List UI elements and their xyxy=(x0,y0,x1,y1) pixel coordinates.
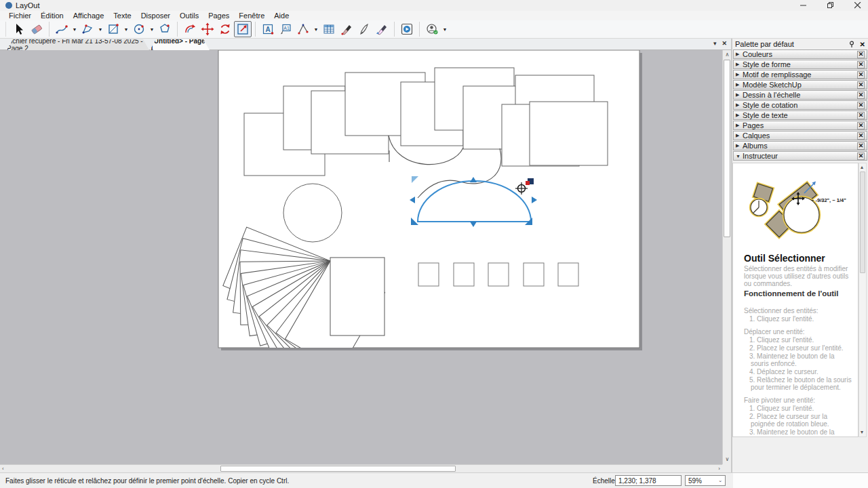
section-close-icon[interactable]: ✕ xyxy=(857,61,865,68)
table-tool-icon[interactable] xyxy=(320,21,338,37)
eraser-tool-icon[interactable] xyxy=(28,21,45,37)
tray-section-pages[interactable]: ▶Pages✕ xyxy=(733,121,867,130)
line-tool-dropdown-icon[interactable]: ▼ xyxy=(71,21,79,37)
drawing-canvas[interactable] xyxy=(0,50,722,464)
circle-tool-dropdown-icon[interactable]: ▼ xyxy=(148,21,156,37)
shape-rectangle[interactable] xyxy=(530,102,608,165)
section-close-icon[interactable]: ✕ xyxy=(857,71,865,79)
menu-affichage[interactable]: Affichage xyxy=(68,11,109,20)
section-close-icon[interactable]: ✕ xyxy=(857,92,865,99)
dimension-tool-dropdown-icon[interactable]: ▼ xyxy=(312,21,320,37)
expand-icon[interactable]: ▶ xyxy=(736,82,743,87)
shape-square[interactable] xyxy=(488,263,509,286)
tab-recovered-document[interactable]: Fichier récupéré - Fri Mar 21 13-57-08 2… xyxy=(7,39,149,50)
text-tool-icon[interactable]: A xyxy=(259,21,277,37)
scroll-down-icon[interactable]: ∨ xyxy=(724,456,730,463)
pen-tool-icon[interactable] xyxy=(355,21,373,37)
menu-pages[interactable]: Pages xyxy=(203,11,234,20)
account-tool-icon[interactable] xyxy=(423,21,441,37)
expand-icon[interactable]: ▶ xyxy=(736,72,743,77)
expand-icon[interactable]: ▶ xyxy=(736,133,743,138)
section-close-icon[interactable]: ✕ xyxy=(857,112,865,119)
select-tool-icon[interactable] xyxy=(10,21,28,37)
instructor-scroll-down-icon[interactable]: ▾ xyxy=(861,429,863,436)
section-close-icon[interactable]: ✕ xyxy=(857,132,865,140)
arc-tool-dropdown-icon[interactable]: ▼ xyxy=(96,21,104,37)
scroll-left-icon[interactable]: ‹ xyxy=(2,466,4,472)
canvas-svg[interactable] xyxy=(0,50,722,464)
tray-section-couleurs[interactable]: ▶Couleurs✕ xyxy=(733,49,867,59)
offset-tool-icon[interactable] xyxy=(181,21,199,37)
expand-icon[interactable]: ▶ xyxy=(736,123,743,128)
menu-aide[interactable]: Aide xyxy=(269,11,294,20)
instructor-scrollbar[interactable]: ▴ ▾ xyxy=(859,163,867,437)
instructor-scroll-up-icon[interactable]: ▴ xyxy=(861,164,863,171)
vertical-scroll-thumb[interactable] xyxy=(724,60,730,237)
expand-icon[interactable]: ▶ xyxy=(736,92,743,98)
collapse-icon[interactable]: ▼ xyxy=(736,154,743,159)
scroll-right-icon[interactable]: › xyxy=(718,466,720,472)
expand-icon[interactable]: ▶ xyxy=(736,102,743,108)
tray-section-albums[interactable]: ▶Albums✕ xyxy=(733,141,867,150)
horizontal-scroll-thumb[interactable] xyxy=(220,466,456,472)
section-close-icon[interactable]: ✕ xyxy=(857,152,865,160)
rectangle-tool-dropdown-icon[interactable]: ▼ xyxy=(122,21,130,37)
section-close-icon[interactable]: ✕ xyxy=(857,122,865,129)
section-close-icon[interactable]: ✕ xyxy=(857,102,865,109)
menu-fichier[interactable]: Fichier xyxy=(4,11,36,20)
scale-tool-icon[interactable] xyxy=(234,21,252,37)
menu-texte[interactable]: Texte xyxy=(108,11,136,20)
shape-square[interactable] xyxy=(454,263,474,286)
scale-coordinates-input[interactable] xyxy=(615,475,682,486)
rectangle-tool-icon[interactable] xyxy=(104,21,122,37)
circle-tool-icon[interactable] xyxy=(130,21,148,37)
menu-outils[interactable]: Outils xyxy=(175,11,203,20)
menu-fenetre[interactable]: Fenêtre xyxy=(234,11,269,20)
account-tool-dropdown-icon[interactable]: ▼ xyxy=(441,21,449,37)
pin-icon[interactable] xyxy=(848,41,856,48)
line-tool-icon[interactable] xyxy=(53,21,71,37)
vertical-scrollbar[interactable]: ∧ ∨ xyxy=(722,50,731,464)
tray-header[interactable]: Palette par défaut ✕ xyxy=(732,39,868,49)
present-tool-icon[interactable] xyxy=(398,21,416,37)
shape-circle[interactable] xyxy=(283,184,342,242)
section-close-icon[interactable]: ✕ xyxy=(857,81,865,89)
close-button[interactable] xyxy=(853,1,863,10)
tray-section-instructeur[interactable]: ▼Instructeur✕ xyxy=(733,151,867,161)
tab-list-dropdown-icon[interactable]: ▾ xyxy=(713,40,717,47)
tray-section-style-de-texte[interactable]: ▶Style de texte✕ xyxy=(733,110,867,120)
scroll-up-icon[interactable]: ∧ xyxy=(724,52,730,58)
menu-edition[interactable]: Édition xyxy=(36,11,68,20)
tray-section-calques[interactable]: ▶Calques✕ xyxy=(733,131,867,140)
move-tool-icon[interactable] xyxy=(199,21,216,37)
rotate-tool-icon[interactable] xyxy=(216,21,234,37)
horizontal-scrollbar[interactable]: ‹ › xyxy=(0,464,722,472)
shape-square[interactable] xyxy=(524,263,544,286)
tray-section-motif-de-remplissage[interactable]: ▶Motif de remplissage✕ xyxy=(733,70,867,79)
zoom-level-select[interactable]: 59% ⌄ xyxy=(685,475,726,486)
shape-rectangle[interactable] xyxy=(330,258,384,336)
instructor-scroll-thumb[interactable] xyxy=(860,171,865,273)
tray-section-style-de-cotation[interactable]: ▶Style de cotation✕ xyxy=(733,100,867,110)
expand-icon[interactable]: ▶ xyxy=(736,143,743,148)
shape-square[interactable] xyxy=(418,263,439,286)
expand-icon[interactable]: ▶ xyxy=(736,52,743,57)
arc-tool-icon[interactable] xyxy=(79,21,96,37)
minimize-button[interactable] xyxy=(799,1,808,10)
tray-section-style-de-forme[interactable]: ▶Style de forme✕ xyxy=(733,60,867,69)
dimension-tool-icon[interactable] xyxy=(294,21,312,37)
tab-close-icon[interactable]: ✕ xyxy=(722,40,727,47)
section-close-icon[interactable]: ✕ xyxy=(857,51,865,58)
tray-close-icon[interactable]: ✕ xyxy=(860,41,865,48)
eyedropper-tool-icon[interactable] xyxy=(338,21,355,37)
expand-icon[interactable]: ▶ xyxy=(736,113,743,118)
tab-active-document[interactable]: <Untitled> - Page 1 xyxy=(150,39,210,50)
shape-square[interactable] xyxy=(558,263,578,286)
restore-button[interactable] xyxy=(826,1,835,10)
expand-icon[interactable]: ▶ xyxy=(736,62,743,67)
style-dropper-tool-icon[interactable] xyxy=(373,21,391,37)
tray-section-dessin-a-l-e-chelle[interactable]: ▶Dessin à l'échelle✕ xyxy=(733,90,867,100)
polygon-tool-icon[interactable] xyxy=(156,21,174,37)
section-close-icon[interactable]: ✕ xyxy=(857,142,865,150)
label-tool-icon[interactable]: A1 xyxy=(277,21,294,37)
